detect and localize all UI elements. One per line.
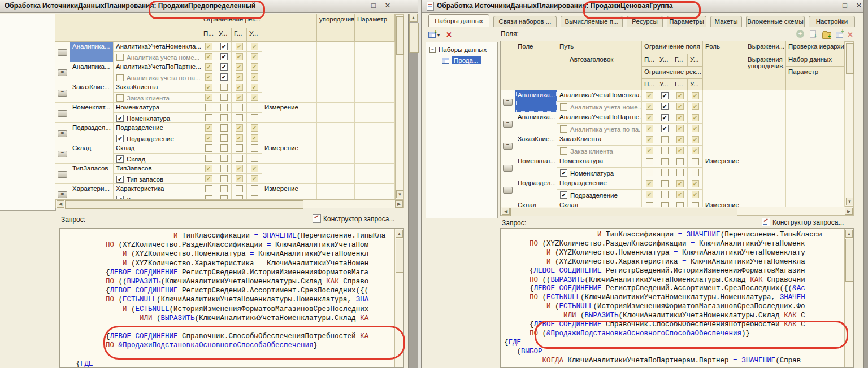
restriction-checkbox[interactable]: ✔ [247,133,262,143]
extra-cell[interactable] [786,112,845,134]
restriction-checkbox[interactable] [657,200,672,207]
auto-title-checkbox[interactable] [116,74,124,81]
field-name-cell[interactable]: ЗаказКлие... [70,82,114,103]
restriction-checkbox[interactable] [232,154,247,164]
restriction-checkbox[interactable]: ✔ [642,146,657,157]
restriction-checkbox[interactable]: ✔ [672,190,688,201]
restriction-checkbox[interactable]: ✔ [232,164,247,174]
role-cell[interactable]: Измерение [262,103,317,123]
field-row[interactable]: =Аналитика...АналитикаУчетаПоПартне...✔✔… [55,62,395,82]
field-row[interactable]: =СкладСкладИзмерение✔Склад [55,143,395,164]
chevron-down-icon[interactable]: ▾ [437,33,440,38]
restriction-checkbox[interactable]: ✔ [672,102,688,113]
extra-cell[interactable] [317,42,355,62]
extra-cell[interactable] [786,178,845,200]
field-path-cell[interactable]: ТипЗапасов [114,164,201,174]
restriction-checkbox[interactable] [247,113,262,123]
row-handle[interactable]: = [501,90,515,112]
restriction-checkbox[interactable]: ✔ [247,164,262,174]
restriction-checkbox[interactable]: ✔ [232,52,247,62]
restriction-checkbox[interactable]: ✔ [232,174,247,184]
field-name-cell[interactable]: Номенклат... [515,156,557,178]
restriction-checkbox[interactable]: ✔ [642,90,657,102]
restriction-checkbox[interactable]: ✔ [657,124,672,135]
auto-title-cell[interactable]: Аналитика учета номе... [114,52,201,62]
extra-cell[interactable] [745,200,786,207]
auto-title-cell[interactable]: ✔Подразделение [114,133,201,143]
restriction-checkbox[interactable]: ✔ [232,72,247,82]
role-cell[interactable] [262,123,317,143]
restriction-checkbox[interactable] [216,103,232,113]
restriction-checkbox[interactable]: ✔ [232,93,247,103]
auto-title-checkbox[interactable] [116,94,124,102]
scroll-up-icon[interactable]: ▲ [845,230,853,238]
field-path-cell[interactable]: АналитикаУчетаПоПартне... [557,112,642,124]
tab-8[interactable]: Настройки [809,16,855,27]
extra-cell[interactable] [355,62,395,82]
restriction-checkbox[interactable] [247,143,262,154]
field-path-cell[interactable]: ЗаказКлиента [114,82,201,93]
delete-dataset-icon[interactable]: ✕ [446,31,452,38]
restriction-checkbox[interactable] [672,156,688,168]
extra-cell[interactable] [317,82,355,103]
auto-title-cell[interactable]: Аналитика учета по па... [557,124,642,135]
row-handle[interactable]: = [55,184,70,199]
field-path-cell[interactable]: АналитикаУчетаНоменкла... [557,90,642,102]
field-row[interactable]: =Номенклат...НоменклатураИзмерение✔Номен… [55,103,395,123]
restriction-checkbox[interactable] [232,143,247,154]
restriction-checkbox[interactable]: ✔ [247,82,262,93]
restriction-checkbox[interactable]: ✔ [688,190,703,201]
restriction-checkbox[interactable] [247,154,262,164]
extra-cell[interactable] [355,82,395,103]
row-handle[interactable]: = [55,123,70,143]
restriction-checkbox[interactable]: ✔ [247,123,262,133]
field-path-cell[interactable]: Склад [114,143,201,154]
field-path-cell[interactable]: ЗаказКлиента [557,134,642,146]
tab-1[interactable]: Наборы данных [428,14,489,27]
auto-title-checkbox[interactable]: ✔ [116,115,124,122]
restriction-checkbox[interactable] [688,168,703,179]
restriction-checkbox[interactable] [688,156,703,168]
auto-title-checkbox[interactable] [560,103,567,111]
restriction-checkbox[interactable] [232,113,247,123]
extra-cell[interactable] [745,112,786,134]
left-grid-hscrollbar[interactable]: ◀ ▶ [55,199,404,208]
extra-cell[interactable] [355,184,395,199]
extra-cell[interactable] [317,143,355,164]
field-row[interactable]: =Характери...ХарактеристикаИзмерение✔Хар… [55,184,395,199]
restriction-checkbox[interactable]: ✔ [672,178,688,190]
field-path-cell[interactable]: АналитикаУчетаНоменкла... [114,42,201,52]
auto-title-cell[interactable]: Аналитика учета номе... [557,102,642,113]
field-name-cell[interactable]: ЗаказКлие... [515,134,557,156]
auto-title-checkbox[interactable]: ✔ [560,169,567,177]
restriction-checkbox[interactable] [216,174,232,184]
field-row[interactable]: =Номенклат...НоменклатураИзмерение✔Номен… [501,156,845,178]
restriction-checkbox[interactable] [216,143,232,154]
field-path-cell[interactable]: Номенклатура [114,103,201,113]
restriction-checkbox[interactable] [688,200,703,207]
auto-title-cell[interactable]: ✔Тип запасов [114,174,201,184]
restriction-checkbox[interactable]: ✔ [657,90,672,102]
tab-7[interactable]: Вложенные схемы [746,16,805,27]
restriction-checkbox[interactable] [672,200,688,207]
restriction-checkbox[interactable]: ✔ [247,174,262,184]
restriction-checkbox[interactable] [216,113,232,123]
restriction-checkbox[interactable]: ✔ [201,174,216,184]
scroll-down-icon[interactable]: ▼ [396,190,403,198]
right-grid-hscrollbar[interactable]: ◀ ▶ [501,207,854,216]
restriction-checkbox[interactable]: ✔ [232,82,247,93]
extra-cell[interactable] [317,62,355,82]
restriction-checkbox[interactable] [642,156,657,168]
restriction-checkbox[interactable] [216,93,232,103]
scroll-left-icon[interactable]: ◀ [57,200,64,208]
field-name-cell[interactable]: Характери... [70,184,114,199]
restriction-checkbox[interactable] [201,143,216,154]
tree-item-dataset-prodazhi[interactable]: Прода... [452,56,481,64]
row-handle[interactable]: = [501,134,515,156]
restriction-checkbox[interactable] [216,194,232,199]
restriction-checkbox[interactable]: ✔ [232,42,247,52]
field-row[interactable]: =Подраздел...Подразделение✔✔✔✔Подразделе… [55,123,395,143]
restriction-checkbox[interactable]: ✔ [672,90,688,102]
restriction-checkbox[interactable]: ✔ [247,52,262,62]
extra-cell[interactable] [355,143,395,164]
